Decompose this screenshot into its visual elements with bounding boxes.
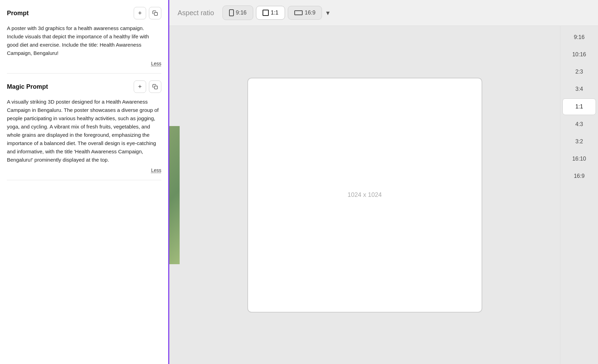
chevron-down-icon[interactable]: ▾ xyxy=(326,9,330,17)
prompt-header-buttons: + xyxy=(134,7,161,19)
prompt-less-link[interactable]: Less xyxy=(7,61,161,66)
right-panel: Aspect ratio 9:16 1:1 16:9 ▾ 1024 x 1024 xyxy=(169,0,598,364)
ratio-tab-16-9[interactable]: 16:9 xyxy=(288,6,322,20)
magic-prompt-copy-button[interactable] xyxy=(149,80,161,93)
magic-prompt-body: A visually striking 3D poster designed f… xyxy=(7,98,161,164)
dropdown-item-16-9[interactable]: 16:9 xyxy=(562,168,596,184)
prompt-title: Prompt xyxy=(7,10,29,17)
ratio-tab-9-16-label: 9:16 xyxy=(236,10,247,16)
main-content: 1024 x 1024 9:16 10:16 2:3 3:4 1:1 4:3 3… xyxy=(169,26,598,364)
square-icon xyxy=(263,10,269,16)
canvas-dimensions: 1024 x 1024 xyxy=(348,191,382,199)
ratio-tab-1-1[interactable]: 1:1 xyxy=(256,6,285,20)
magic-prompt-header-buttons: + xyxy=(134,80,161,93)
ratio-tab-9-16[interactable]: 9:16 xyxy=(222,6,253,20)
partial-thumbnail xyxy=(169,126,180,264)
dropdown-item-16-10[interactable]: 16:10 xyxy=(562,151,596,167)
dropdown-item-3-4[interactable]: 3:4 xyxy=(562,81,596,97)
left-panel: Prompt + A poster with 3d graphics for a… xyxy=(0,0,169,364)
prompt-header: Prompt + xyxy=(7,7,161,19)
phone-icon xyxy=(229,9,234,16)
top-bar: Aspect ratio 9:16 1:1 16:9 ▾ xyxy=(169,0,598,26)
svg-rect-1 xyxy=(154,86,158,89)
canvas-area: 1024 x 1024 xyxy=(169,26,560,364)
aspect-ratio-label: Aspect ratio xyxy=(178,9,214,17)
landscape-icon xyxy=(294,10,303,15)
magic-prompt-add-button[interactable]: + xyxy=(134,80,146,93)
dropdown-item-2-3[interactable]: 2:3 xyxy=(562,64,596,80)
svg-rect-0 xyxy=(154,12,158,16)
dropdown-item-3-2[interactable]: 3:2 xyxy=(562,134,596,150)
prompt-add-button[interactable]: + xyxy=(134,7,146,19)
ratio-tab-group: 9:16 1:1 16:9 ▾ xyxy=(222,6,330,20)
magic-prompt-less-link[interactable]: Less xyxy=(7,167,161,173)
magic-prompt-header: Magic Prompt + xyxy=(7,80,161,93)
magic-prompt-title: Magic Prompt xyxy=(7,83,48,90)
dropdown-item-4-3[interactable]: 4:3 xyxy=(562,116,596,132)
magic-prompt-section: Magic Prompt + A visually striking 3D po… xyxy=(7,80,161,180)
ratio-tab-16-9-label: 16:9 xyxy=(305,10,315,16)
dropdown-panel: 9:16 10:16 2:3 3:4 1:1 4:3 3:2 16:10 16:… xyxy=(560,26,598,364)
dropdown-item-1-1[interactable]: 1:1 xyxy=(562,98,596,115)
dropdown-item-10-16[interactable]: 10:16 xyxy=(562,47,596,63)
dropdown-item-9-16[interactable]: 9:16 xyxy=(562,29,596,45)
prompt-copy-button[interactable] xyxy=(149,7,161,19)
prompt-section: Prompt + A poster with 3d graphics for a… xyxy=(7,7,161,74)
ratio-tab-1-1-label: 1:1 xyxy=(271,10,278,16)
canvas-frame: 1024 x 1024 xyxy=(247,78,482,313)
prompt-body: A poster with 3d graphics for a health a… xyxy=(7,24,161,57)
